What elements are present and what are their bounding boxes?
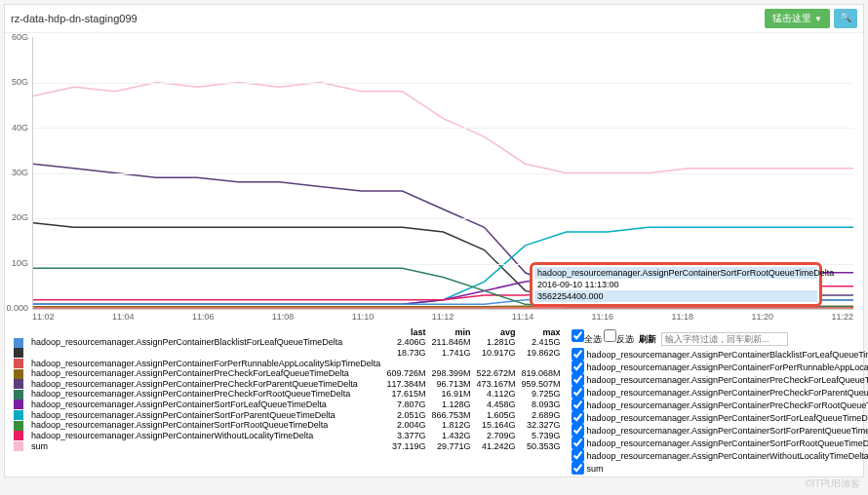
series-toggle[interactable]: hadoop_resourcemanager.AssignPerContaine… [572,348,869,361]
tooltip: hadoop_resourcemanager.AssignPerContaine… [530,262,822,307]
series-toggle[interactable]: hadoop_resourcemanager.AssignPerContaine… [572,361,869,373]
series-toggle[interactable]: hadoop_resourcemanager.AssignPerContaine… [572,373,869,386]
filter-input[interactable] [661,332,788,346]
series-toggle[interactable]: hadoop_resourcemanager.AssignPerContaine… [572,449,869,462]
table-row: hadoop_resourcemanager.AssignPerContaine… [11,379,564,390]
legend-table: lastminavgmaxhadoop_resourcemanager.Assi… [11,327,564,475]
series-toggle[interactable]: hadoop_resourcemanager.AssignPerContaine… [572,386,869,399]
table-row: hadoop_resourcemanager.AssignPerContaine… [11,409,564,420]
invert-select[interactable]: 反选 [604,334,634,344]
search-icon[interactable]: 🔍 [834,9,857,28]
table-row: hadoop_resourcemanager.AssignPerContaine… [11,431,564,441]
table-row: hadoop_resourcemanager.AssignPerContaine… [11,358,564,368]
series-toggle[interactable]: hadoop_resourcemanager.AssignPerContaine… [572,437,869,449]
series-toggle[interactable]: sum [572,462,869,475]
page-title: rz-data-hdp-dn-staging099 [11,13,138,24]
table-row: hadoop_resourcemanager.AssignPerContaine… [11,368,564,379]
table-row: hadoop_resourcemanager.AssignPerContaine… [11,400,564,410]
table-row: hadoop_resourcemanager.AssignPerContaine… [11,389,564,400]
select-all[interactable]: 全选 [572,334,602,344]
series-toggle[interactable]: hadoop_resourcemanager.AssignPerContaine… [572,399,869,411]
series-toggle[interactable]: hadoop_resourcemanager.AssignPerContaine… [572,424,869,437]
watermark: ©ITPUB博客 [805,477,860,491]
table-row: hadoop_resourcemanager.AssignPerContaine… [11,420,564,431]
table-row: sum37.119G29.771G41.242G50.353G [11,440,564,451]
action-button[interactable]: 猛击这里 ▼ [765,9,830,28]
table-row: 18.73G1.741G10.917G19.862G [11,348,564,359]
table-row: hadoop_resourcemanager.AssignPerContaine… [11,337,564,348]
chart-area: 60G50G40G30G20G10G0.000 hadoop_resourcem… [5,33,863,325]
refresh-link[interactable]: 刷新 [639,334,656,344]
series-toggle[interactable]: hadoop_resourcemanager.AssignPerContaine… [572,411,869,424]
